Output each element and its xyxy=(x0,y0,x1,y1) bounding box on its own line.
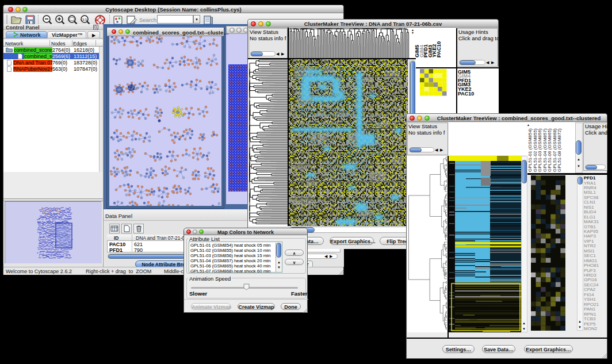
svg-text:1:1: 1:1 xyxy=(82,18,87,21)
